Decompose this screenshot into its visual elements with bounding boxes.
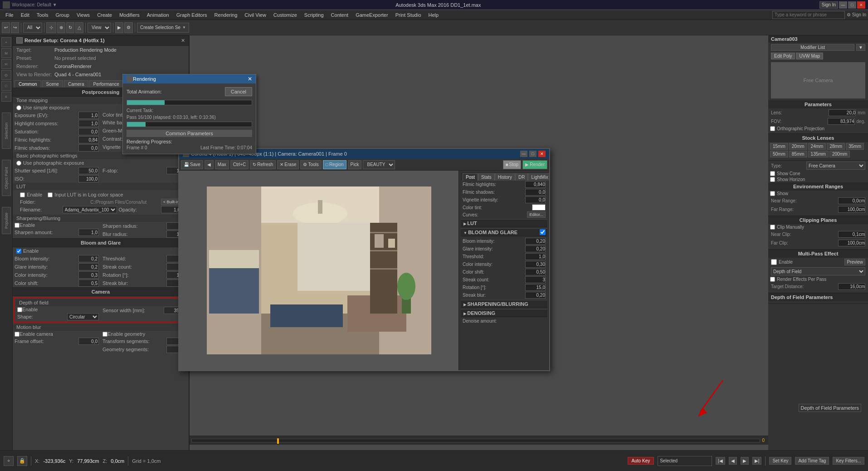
window-close[interactable]: ✕ [857, 1, 865, 9]
fov-input[interactable] [828, 118, 855, 125]
mp-preview-btn[interactable]: Preview [844, 259, 865, 265]
near-clip-input[interactable] [838, 231, 865, 238]
menu-create[interactable]: Create [93, 11, 116, 19]
orthographic-check[interactable] [770, 126, 775, 131]
photographic-radio[interactable] [16, 161, 21, 166]
vfb-bloom-enable[interactable] [540, 229, 546, 235]
vfb-filmic-highlights-input[interactable] [525, 181, 546, 188]
lens-input[interactable] [829, 109, 856, 116]
dof-shape-select[interactable]: Circular [67, 313, 99, 320]
vfb-render-btn[interactable]: ▶ Render [522, 160, 547, 169]
menu-modifiers[interactable]: Modifiers [116, 11, 143, 19]
timeline-slider[interactable] [191, 439, 760, 442]
tab-scene[interactable]: Scene [42, 80, 63, 88]
cancel-btn[interactable]: Cancel [225, 87, 252, 96]
render-effects-check[interactable] [770, 277, 775, 282]
menu-help[interactable]: Help [425, 11, 443, 19]
menu-group[interactable]: Group [52, 11, 73, 19]
target-distance-input[interactable] [838, 283, 865, 290]
window-minimize[interactable]: — [839, 1, 847, 9]
display-icon[interactable]: □ [1, 81, 11, 91]
menu-edit[interactable]: Edit [17, 11, 33, 19]
env-show-check[interactable] [770, 191, 775, 196]
lens-85mm[interactable]: 85mm [789, 151, 807, 157]
enable-camera-check[interactable] [15, 332, 20, 337]
filter-dropdown[interactable]: All [23, 23, 42, 33]
sharpen-amount-input[interactable] [78, 229, 99, 236]
key-filters-btn[interactable]: Key Filters... [833, 457, 864, 465]
highlight-compress-input[interactable] [78, 120, 99, 127]
menu-civil-view[interactable]: Civil View [241, 11, 269, 19]
vfb-threshold-input[interactable] [525, 253, 546, 260]
create-selection-dropdown[interactable]: Create Selection Se ▼ [137, 23, 189, 33]
vfb-color-tint-swatch[interactable] [532, 204, 546, 211]
vfb-sharpening-section[interactable]: SHARPENING/BLURRING [461, 300, 547, 308]
vfb-minimize[interactable]: — [520, 151, 527, 157]
vfb-save-btn[interactable]: 💾 Save [181, 160, 203, 169]
menu-file[interactable]: File [2, 11, 17, 19]
vfb-streak-count-input[interactable] [525, 276, 546, 283]
tab-camera[interactable]: Camera [64, 80, 88, 88]
mp-type-select[interactable]: Depth of Field [771, 267, 865, 275]
utilities-icon[interactable]: ≡ [1, 92, 11, 102]
lens-135mm[interactable]: 135mm [808, 151, 829, 157]
filmic-highlights-input[interactable] [78, 136, 99, 143]
near-range-input[interactable] [838, 197, 865, 204]
menu-animation[interactable]: Animation [143, 11, 173, 19]
lens-35mm[interactable]: 35mm [846, 143, 864, 150]
set-key-btn[interactable]: Set Key [769, 457, 791, 465]
tab-common[interactable]: Common [15, 80, 41, 88]
menu-views[interactable]: Views [73, 11, 93, 19]
shutter-speed-input[interactable] [78, 167, 99, 174]
sharpen-enable-check[interactable] [15, 223, 20, 228]
vfb-denoising-section[interactable]: DENOISING [461, 309, 547, 317]
vfb-tab-post[interactable]: Post [463, 173, 478, 181]
lens-20mm[interactable]: 20mm [789, 143, 807, 150]
prev-frame-btn[interactable]: |◀ [716, 457, 725, 465]
menu-rendering[interactable]: Rendering [211, 11, 241, 19]
vfb-copy-btn[interactable]: Ctrl+C [230, 160, 249, 169]
bloom-intensity-input[interactable] [78, 255, 99, 262]
vfb-vignette-input[interactable] [525, 196, 546, 203]
vfb-bloom-section[interactable]: BLOOM AND GLARE [461, 228, 547, 236]
far-clip-input[interactable] [838, 240, 865, 246]
vfb-filmic-shadows-input[interactable] [525, 189, 546, 196]
scale-btn[interactable]: △ [75, 22, 83, 33]
lens-24mm[interactable]: 24mm [808, 143, 826, 150]
lens-28mm[interactable]: 28mm [827, 143, 845, 150]
show-cone-check[interactable] [770, 171, 775, 176]
render-setup-btn[interactable]: ⚙ [124, 22, 133, 33]
redo-btn[interactable]: ↪ [11, 22, 19, 33]
far-range-input[interactable] [838, 206, 865, 213]
sign-in-btn[interactable]: ⚙ Sign In [847, 12, 866, 17]
modifier-list-btn[interactable]: Modifier List [771, 44, 854, 51]
bloom-color-shift-input[interactable] [78, 280, 99, 287]
render-frame-btn[interactable]: ▶ [115, 22, 123, 33]
dof-enable-check[interactable] [17, 307, 22, 312]
camera-type-select[interactable]: Free Camera [806, 162, 865, 170]
render-setup-close[interactable]: ✕ [181, 38, 185, 44]
vfb-close[interactable]: ✕ [538, 151, 546, 157]
vfb-tab-history[interactable]: History [495, 173, 515, 181]
motion-icon[interactable]: ◎ [1, 70, 11, 80]
saturation-input[interactable] [78, 128, 99, 135]
status-icon-2[interactable]: 🔒 [17, 456, 27, 466]
sign-in[interactable]: Sign In [819, 1, 838, 9]
lut-log-check[interactable] [48, 192, 53, 197]
select-btn[interactable]: ⊹ [46, 22, 56, 33]
iso-input[interactable] [78, 175, 99, 182]
vfb-maximize[interactable]: □ [529, 151, 536, 157]
auto-key-btn[interactable]: Auto Key [628, 457, 654, 465]
play-reverse-btn[interactable]: ◀ [729, 457, 737, 465]
lens-200mm[interactable]: 200mm [829, 151, 850, 157]
bloom-color-intensity-input[interactable] [78, 271, 99, 279]
view-dropdown[interactable]: View [88, 23, 111, 33]
menu-game-exporter[interactable]: GameExporter [352, 11, 392, 19]
uvw-map-btn[interactable]: UVW Map [796, 53, 823, 59]
exposure-ev-input[interactable] [78, 112, 99, 119]
frame-offset-input[interactable] [78, 338, 99, 345]
next-frame-btn[interactable]: ▶| [752, 457, 762, 465]
bloom-enable-check[interactable] [16, 249, 21, 254]
tab-performance[interactable]: Performance [89, 80, 123, 88]
filmic-shadows-input[interactable] [78, 144, 99, 152]
